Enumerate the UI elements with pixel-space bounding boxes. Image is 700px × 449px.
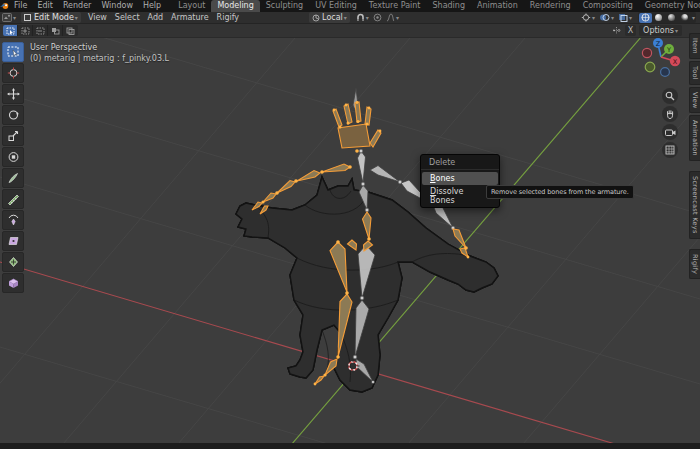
select-intersect-button[interactable] (63, 25, 78, 36)
menu-window[interactable]: Window (96, 0, 138, 12)
tab-rendering[interactable]: Rendering (524, 0, 577, 12)
mirror-icon (611, 26, 622, 35)
3d-viewport[interactable]: User Perspective (0) metarig | metarig :… (0, 38, 700, 443)
chevron-down-icon: ▾ (629, 14, 632, 21)
blender-window: File Edit Render Window Help Layout Mode… (0, 0, 700, 449)
overlays-dropdown[interactable]: ▾ (597, 13, 616, 23)
tab-rigify[interactable]: Rigify (689, 249, 700, 279)
svg-text:Y: Y (666, 46, 671, 54)
blender-logo-icon[interactable] (0, 1, 9, 11)
select-subtract-button[interactable] (33, 25, 48, 36)
tab-animation[interactable]: Animation (471, 0, 524, 12)
tool-transform[interactable] (2, 147, 24, 167)
menu-help[interactable]: Help (138, 0, 166, 12)
menu-separator (421, 169, 499, 170)
menu-add[interactable]: Add (144, 13, 168, 22)
delete-context-menu: Delete Bones Dissolve Bones (420, 154, 500, 208)
options-label: Options (643, 26, 674, 35)
mode-selector[interactable]: Edit Mode ▾ (21, 12, 81, 23)
select-set-button[interactable] (3, 25, 18, 36)
tool-settings-bar: X Options ▾ (0, 24, 700, 38)
select-invert-button[interactable] (48, 25, 63, 36)
tool-bone-envelope[interactable] (2, 273, 24, 293)
menu-file[interactable]: File (9, 0, 32, 12)
tool-scale[interactable] (2, 126, 24, 146)
tab-tool[interactable]: Tool (689, 61, 700, 85)
tab-layout[interactable]: Layout (172, 0, 211, 12)
tab-uv-editing[interactable]: UV Editing (309, 0, 363, 12)
tool-extrude[interactable] (2, 252, 24, 272)
tool-cursor[interactable] (2, 63, 24, 83)
xray-toggle-dropdown[interactable]: ▾ (616, 13, 634, 23)
menu-edit[interactable]: Edit (32, 0, 58, 12)
tab-view[interactable]: View (689, 87, 700, 114)
shading-material-button[interactable] (665, 13, 678, 23)
chevron-down-icon: ▾ (592, 14, 595, 21)
menu-rigify[interactable]: Rigify (213, 13, 244, 22)
tool-select-box[interactable] (2, 42, 24, 62)
chevron-down-icon: ▾ (611, 14, 614, 21)
snap-magnet-button[interactable]: ▾ (354, 13, 371, 23)
perspective-toggle-button[interactable] (662, 142, 678, 158)
zoom-view-button[interactable] (662, 88, 678, 104)
tool-shear[interactable] (2, 231, 24, 251)
chevron-down-icon: ▾ (13, 14, 16, 21)
chevron-down-icon: ▾ (344, 14, 347, 21)
mode-label: Edit Mode (34, 13, 74, 22)
toolbar (2, 42, 24, 293)
mirror-x-toggle[interactable]: X (625, 25, 636, 36)
viewport-right-controls: Z Y X Item Tool View Animation (640, 38, 700, 298)
navigation-gizmo[interactable]: Z Y X (638, 38, 684, 84)
chevron-down-icon: ▾ (366, 14, 369, 21)
scene-canvas (0, 38, 700, 443)
chevron-down-icon: ▾ (692, 14, 695, 21)
orientation-label: Local (322, 13, 343, 22)
transform-orientation-dropdown[interactable]: Local ▾ (309, 12, 350, 23)
show-gizmo-dropdown[interactable]: ▾ (579, 13, 597, 23)
tab-modeling[interactable]: Modeling (211, 0, 259, 12)
context-menu-title: Delete (421, 155, 499, 169)
tool-move[interactable] (2, 84, 24, 104)
shading-solid-button[interactable] (652, 13, 665, 23)
tab-shading[interactable]: Shading (426, 0, 471, 12)
shading-rendered-button[interactable] (678, 13, 691, 23)
select-extend-button[interactable] (18, 25, 33, 36)
proportional-falloff-dropdown[interactable]: ▾ (384, 13, 401, 23)
camera-view-button[interactable] (662, 124, 678, 140)
tool-roll[interactable] (2, 210, 24, 230)
tab-texture-paint[interactable]: Texture Paint (363, 0, 427, 12)
select-mode-group (3, 25, 78, 36)
viewport-overlay-info: User Perspective (0) metarig | metarig :… (30, 42, 169, 64)
svg-text:Z: Z (656, 40, 661, 48)
menu-select[interactable]: Select (111, 13, 144, 22)
menu-render[interactable]: Render (58, 0, 96, 12)
pan-view-button[interactable] (662, 106, 678, 122)
tab-geometry-nodes[interactable]: Geometry Nodes (639, 0, 700, 12)
tool-annotate[interactable] (2, 168, 24, 188)
tab-item[interactable]: Item (689, 33, 700, 59)
status-bar (0, 443, 700, 449)
chevron-down-icon: ▾ (396, 14, 399, 21)
tool-rotate[interactable] (2, 105, 24, 125)
tool-measure[interactable] (2, 189, 24, 209)
shading-mode-group: ▾ (638, 12, 696, 23)
svg-text:X: X (673, 58, 678, 66)
shading-wireframe-button[interactable] (639, 13, 652, 23)
view-name: User Perspective (30, 42, 169, 53)
options-dropdown[interactable]: Options ▾ (639, 25, 682, 36)
active-object-info: (0) metarig | metarig : f_pinky.03.L (30, 53, 169, 64)
viewport-header: ▾ Edit Mode ▾ View Select Add Armature R… (0, 12, 700, 24)
tab-screencast-keys[interactable]: Screencast Keys (689, 171, 700, 239)
editor-type-button[interactable]: ▾ (0, 13, 18, 23)
menu-armature[interactable]: Armature (167, 13, 213, 22)
topbar: File Edit Render Window Help Layout Mode… (0, 0, 700, 12)
chevron-down-icon: ▾ (75, 14, 78, 21)
menu-item-bones[interactable]: Bones (422, 172, 498, 185)
tab-sculpting[interactable]: Sculpting (260, 0, 309, 12)
edit-mode-icon (24, 14, 31, 21)
menu-view[interactable]: View (84, 13, 111, 22)
tab-animation[interactable]: Animation (689, 115, 700, 161)
sidebar-tabs: Item Tool View Animation Screencast Keys… (689, 33, 700, 279)
proportional-editing-button[interactable] (371, 13, 384, 23)
tab-compositing[interactable]: Compositing (577, 0, 639, 12)
